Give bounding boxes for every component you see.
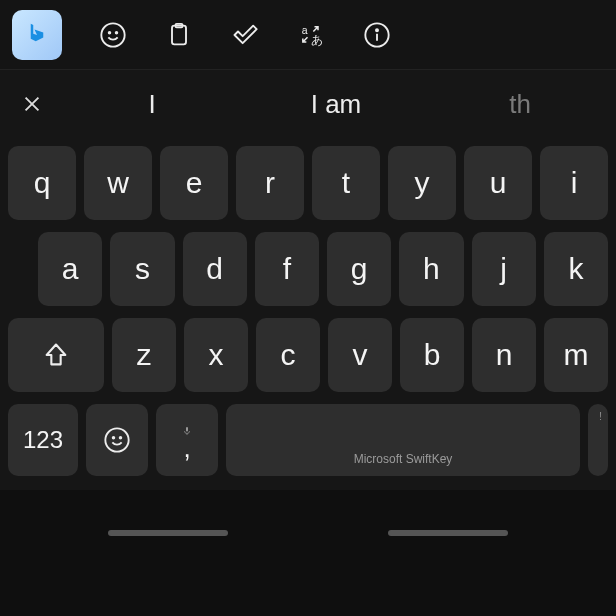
svg-point-1 (109, 31, 111, 33)
suggestion-1[interactable]: I (60, 89, 244, 120)
excl-hint: ! (599, 410, 602, 422)
key-row-bottom: 123 , Microsoft SwiftKey ! (0, 404, 616, 490)
keyboard-toolbar: a あ (0, 0, 616, 70)
key-q[interactable]: q (8, 146, 76, 220)
key-k[interactable]: k (544, 232, 608, 306)
key-u[interactable]: u (464, 146, 532, 220)
system-nav (0, 490, 616, 542)
check-icon[interactable] (230, 20, 260, 50)
comma-label: , (183, 441, 190, 455)
emoji-icon[interactable] (98, 20, 128, 50)
svg-point-2 (116, 31, 118, 33)
suggestion-3[interactable]: th (428, 89, 612, 120)
key-row-3: z x c v b n m (0, 318, 616, 404)
spacebar-key[interactable]: Microsoft SwiftKey (226, 404, 580, 476)
key-f[interactable]: f (255, 232, 319, 306)
key-n[interactable]: n (472, 318, 536, 392)
key-e[interactable]: e (160, 146, 228, 220)
key-w[interactable]: w (84, 146, 152, 220)
key-c[interactable]: c (256, 318, 320, 392)
key-m[interactable]: m (544, 318, 608, 392)
translate-icon[interactable]: a あ (296, 20, 326, 50)
spacebar-label: Microsoft SwiftKey (226, 452, 580, 466)
key-y[interactable]: y (388, 146, 456, 220)
nav-pill-left[interactable] (108, 530, 228, 536)
svg-point-8 (376, 29, 378, 31)
svg-text:あ: あ (311, 33, 323, 47)
key-v[interactable]: v (328, 318, 392, 392)
svg-point-11 (120, 437, 122, 439)
close-suggestions-icon[interactable] (4, 93, 60, 115)
key-h[interactable]: h (399, 232, 463, 306)
svg-text:a: a (302, 23, 308, 35)
numbers-key[interactable]: 123 (8, 404, 78, 476)
key-j[interactable]: j (472, 232, 536, 306)
shift-key[interactable] (8, 318, 104, 392)
key-z[interactable]: z (112, 318, 176, 392)
keyboard-keys: q w e r t y u i a s d f g h j k z x c v … (0, 138, 616, 490)
nav-pill-right[interactable] (388, 530, 508, 536)
key-a[interactable]: a (38, 232, 102, 306)
key-d[interactable]: d (183, 232, 247, 306)
key-t[interactable]: t (312, 146, 380, 220)
key-row-2: a s d f g h j k (0, 232, 616, 318)
bing-icon[interactable] (12, 10, 62, 60)
info-icon[interactable] (362, 20, 392, 50)
key-i[interactable]: i (540, 146, 608, 220)
svg-point-10 (113, 437, 115, 439)
suggestion-2[interactable]: I am (244, 89, 428, 120)
svg-point-9 (105, 428, 128, 451)
key-row-1: q w e r t y u i (0, 146, 616, 232)
key-r[interactable]: r (236, 146, 304, 220)
key-g[interactable]: g (327, 232, 391, 306)
clipboard-icon[interactable] (164, 20, 194, 50)
key-b[interactable]: b (400, 318, 464, 392)
svg-rect-12 (186, 427, 188, 432)
suggestion-bar: I I am th (0, 70, 616, 138)
emoji-key[interactable] (86, 404, 148, 476)
key-x[interactable]: x (184, 318, 248, 392)
comma-key[interactable]: , (156, 404, 218, 476)
svg-rect-3 (172, 25, 186, 44)
svg-point-0 (101, 23, 124, 46)
period-key[interactable]: ! (588, 404, 608, 476)
key-s[interactable]: s (110, 232, 174, 306)
